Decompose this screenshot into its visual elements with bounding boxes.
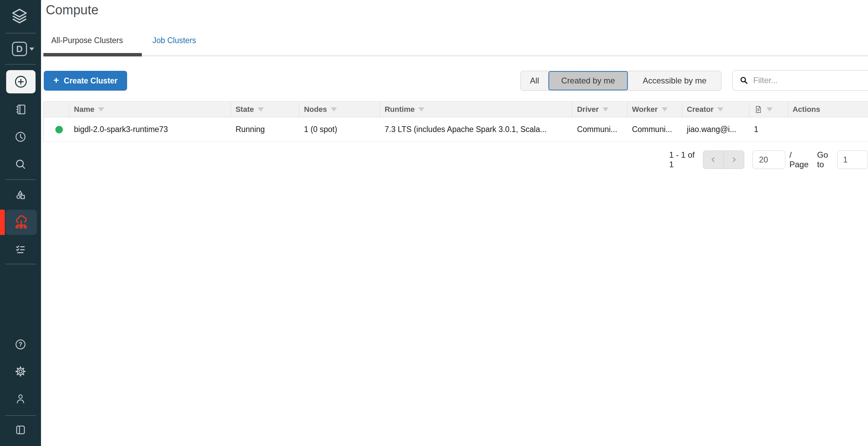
sidebar-divider — [5, 64, 36, 65]
segment-all[interactable]: All — [521, 71, 548, 90]
sort-icon[interactable] — [418, 107, 424, 112]
pagination-buttons — [703, 150, 744, 169]
column-status — [44, 102, 69, 117]
cell-notebooks: 1 — [749, 117, 788, 142]
create-cluster-label: Create Cluster — [64, 76, 118, 86]
pagination-range: 1 - 1 of 1 — [669, 150, 697, 169]
cluster-filter-segmented-control: All Created by me Accessible by me — [520, 71, 721, 91]
gear-icon — [14, 365, 27, 378]
plus-circle-icon — [14, 75, 28, 89]
chevron-down-icon — [29, 48, 34, 51]
sort-icon[interactable] — [767, 107, 773, 112]
sidebar-item-recents[interactable] — [14, 131, 27, 143]
sidebar-item-workspace-switcher[interactable]: D — [12, 42, 34, 56]
cell-worker: Communi... — [627, 117, 682, 142]
sidebar-divider — [5, 415, 36, 416]
search-icon — [740, 76, 748, 85]
tabs-baseline — [43, 55, 868, 56]
shapes-icon — [14, 189, 27, 201]
sidebar-divider — [5, 179, 36, 180]
workspace-initial: D — [12, 42, 27, 56]
column-worker[interactable]: Worker — [627, 102, 682, 117]
svg-text:?: ? — [19, 341, 23, 348]
cluster-cloud-icon — [14, 215, 29, 230]
sidebar-item-compute[interactable] — [5, 210, 37, 235]
sidebar: D — [0, 0, 41, 446]
cell-nodes: 1 (0 spot) — [299, 117, 380, 142]
sort-icon[interactable] — [717, 107, 723, 112]
sidebar-item-jobs[interactable] — [14, 243, 27, 255]
sidebar-item-account[interactable] — [15, 393, 26, 405]
filter-input-container — [732, 70, 868, 91]
table-row[interactable]: bigdl-2.0-spark3-runtime73 Running 1 (0 … — [43, 117, 868, 142]
segment-accessible-by-me[interactable]: Accessible by me — [628, 71, 721, 90]
panel-toggle-icon — [14, 424, 27, 436]
page-title: Compute — [46, 3, 98, 17]
filter-input[interactable] — [753, 76, 856, 85]
per-page-label: / Page — [789, 150, 810, 169]
page-size-input[interactable] — [752, 150, 785, 169]
sidebar-item-search[interactable] — [14, 158, 27, 170]
databricks-logo[interactable] — [11, 8, 28, 25]
notebook-count-icon — [754, 105, 763, 114]
next-page-button[interactable] — [723, 151, 744, 169]
previous-page-button[interactable] — [703, 151, 724, 169]
column-runtime[interactable]: Runtime — [380, 102, 572, 117]
clock-icon — [14, 131, 27, 143]
plus-icon: + — [53, 76, 59, 85]
checklist-icon — [14, 243, 27, 255]
tab-job-clusters[interactable]: Job Clusters — [152, 36, 196, 45]
sort-icon[interactable] — [258, 107, 264, 112]
active-item-indicator — [0, 210, 5, 235]
sidebar-item-help[interactable]: ? — [14, 338, 27, 351]
pagination: 1 - 1 of 1 / Page Go to — [666, 150, 868, 169]
sort-icon[interactable] — [602, 107, 609, 112]
active-tab-underline — [43, 53, 142, 56]
search-icon — [14, 158, 27, 170]
sidebar-divider — [5, 264, 36, 264]
cell-state: Running — [231, 117, 299, 142]
segment-created-by-me[interactable]: Created by me — [548, 71, 628, 90]
databricks-layers-icon — [11, 8, 28, 25]
column-creator[interactable]: Creator — [682, 102, 749, 117]
cell-status — [44, 117, 69, 142]
running-status-dot — [55, 126, 63, 133]
sidebar-divider — [5, 33, 36, 34]
column-driver[interactable]: Driver — [572, 102, 627, 117]
sidebar-item-workspace[interactable] — [14, 103, 27, 116]
cell-actions — [788, 117, 868, 142]
sidebar-item-experiments[interactable] — [14, 189, 27, 201]
chevron-left-icon — [710, 157, 716, 163]
cell-name[interactable]: bigdl-2.0-spark3-runtime73 — [69, 117, 231, 142]
sort-icon[interactable] — [662, 107, 668, 112]
cell-creator: jiao.wang@i... — [682, 117, 749, 142]
chevron-right-icon — [731, 157, 737, 163]
column-nodes[interactable]: Nodes — [299, 102, 380, 117]
help-icon: ? — [14, 338, 27, 351]
clusters-table: Name State Nodes Runtime Driver Worker C… — [43, 101, 868, 142]
goto-label: Go to — [817, 150, 834, 169]
cell-runtime: 7.3 LTS (includes Apache Spark 3.0.1, Sc… — [380, 117, 572, 142]
sort-icon[interactable] — [98, 107, 104, 112]
sort-icon[interactable] — [331, 107, 337, 112]
column-actions: Actions — [788, 102, 868, 117]
table-header-row: Name State Nodes Runtime Driver Worker C… — [43, 101, 868, 117]
cell-driver: Communi... — [572, 117, 627, 142]
sidebar-item-collapse[interactable] — [14, 424, 27, 436]
column-notebooks[interactable] — [749, 102, 788, 117]
column-state[interactable]: State — [231, 102, 299, 117]
person-icon — [15, 393, 26, 405]
tab-all-purpose-clusters[interactable]: All-Purpose Clusters — [51, 36, 123, 45]
sidebar-item-create[interactable] — [6, 70, 36, 93]
column-name[interactable]: Name — [69, 102, 231, 117]
notebook-icon — [14, 103, 27, 116]
create-cluster-button[interactable]: + Create Cluster — [44, 71, 127, 91]
goto-page-input[interactable] — [837, 150, 868, 169]
sidebar-item-settings[interactable] — [14, 365, 27, 378]
